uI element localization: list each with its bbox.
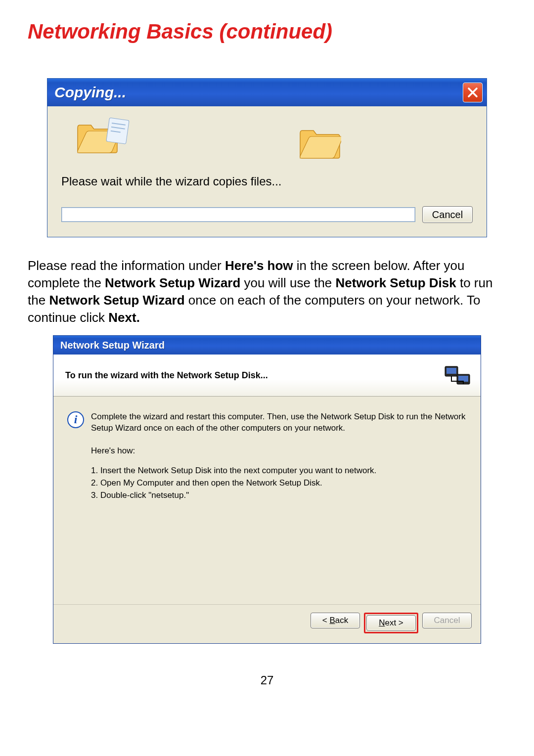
page-number: 27: [28, 673, 506, 687]
document-icon: [103, 115, 134, 146]
next-button[interactable]: Next >: [366, 615, 416, 631]
folder-icon: [299, 125, 341, 159]
heres-how-label: Here's how:: [91, 446, 467, 456]
list-item: 2. Open My Computer and then open the Ne…: [91, 477, 467, 489]
text-bold: Here's how: [225, 258, 293, 273]
close-icon[interactable]: [463, 83, 483, 102]
svg-rect-2: [446, 368, 456, 374]
wizard-header-text: To run the wizard with the Network Setup…: [65, 370, 268, 381]
text-bold: Network Setup Disk: [336, 275, 456, 290]
text-bold: Next.: [108, 310, 140, 325]
wizard-header: To run the wizard with the Network Setup…: [53, 355, 481, 397]
list-item: 3. Double-click "netsetup.": [91, 489, 467, 502]
titlebar: Copying...: [47, 79, 487, 106]
text-bold: Network Setup Wizard: [105, 275, 240, 290]
cancel-button[interactable]: Cancel: [422, 206, 473, 223]
back-button[interactable]: < Back: [311, 613, 360, 628]
window-title: Copying...: [54, 84, 126, 101]
progress-bar: [61, 207, 415, 222]
back-label: < Back: [322, 616, 348, 625]
info-text: Complete the wizard and restart this com…: [91, 411, 467, 434]
steps-list: 1. Insert the Network Setup Disk into th…: [91, 465, 467, 501]
wizard-footer: < Back Next > Cancel: [53, 604, 481, 643]
copy-message: Please wait while the wizard copies file…: [61, 175, 473, 188]
text-bold: Network Setup Wizard: [49, 293, 184, 308]
svg-rect-0: [106, 118, 129, 144]
info-icon: i: [67, 411, 84, 428]
instruction-paragraph: Please read the information under Here's…: [28, 257, 506, 326]
text: Please read the information under: [28, 258, 225, 273]
list-item: 1. Insert the Network Setup Disk into th…: [91, 465, 467, 477]
titlebar: Network Setup Wizard: [53, 336, 481, 355]
network-icon: [443, 361, 472, 389]
wizard-dialog: Network Setup Wizard To run the wizard w…: [53, 335, 481, 644]
next-label: Next >: [379, 618, 403, 627]
copy-animation: [61, 119, 473, 170]
wizard-content: i Complete the wizard and restart this c…: [53, 397, 481, 604]
next-button-highlight: Next >: [364, 613, 418, 633]
cancel-button[interactable]: Cancel: [422, 613, 472, 628]
window-title: Network Setup Wizard: [60, 340, 165, 351]
copying-dialog: Copying... Please wait while the wiza: [47, 78, 487, 237]
text: you will use the: [240, 275, 335, 290]
page-title: Networking Basics (continued): [28, 20, 506, 44]
